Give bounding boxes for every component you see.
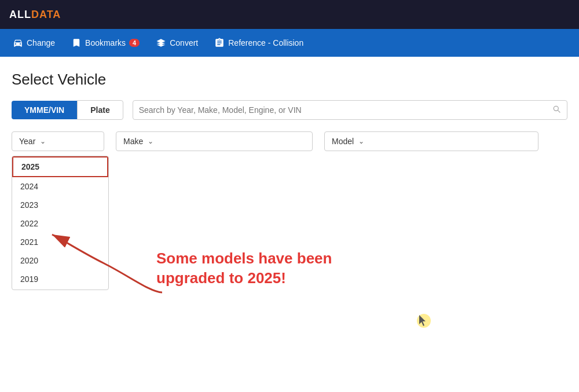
top-bar: ALLDATA [0,0,579,29]
nav-change-label: Change [27,38,55,47]
nav-reference-label: Reference - Collision [228,38,303,47]
nav-reference[interactable]: Reference - Collision [207,34,310,52]
model-dropdown[interactable]: Model ⌄ [324,131,538,151]
model-chevron: ⌄ [358,137,364,145]
year-list-container: 20252024202320222021202020192018 [12,156,109,290]
year-list-item[interactable]: 2018 [12,288,108,290]
tab-row: YMME/VIN Plate [12,100,567,120]
main-content: Select Vehicle YMME/VIN Plate Year ⌄ Mak… [0,57,579,304]
bookmark-icon [71,38,82,48]
nav-bookmarks[interactable]: Bookmarks 4 [64,34,146,52]
make-label: Make [123,137,143,146]
year-label: Year [19,137,35,146]
nav-convert-label: Convert [170,38,198,47]
page-title: Select Vehicle [12,71,567,89]
dropdowns-row: Year ⌄ Make ⌄ Model ⌄ [12,131,567,151]
year-list-item[interactable]: 2020 [12,251,108,270]
cursor-indicator [417,314,431,328]
car-icon [13,38,23,48]
clipboard-icon [214,38,225,48]
make-dropdown[interactable]: Make ⌄ [116,131,313,151]
search-input[interactable] [139,105,552,115]
year-list-item[interactable]: 2025 [12,156,108,177]
year-list[interactable]: 20252024202320222021202020192018 [12,156,108,290]
make-chevron: ⌄ [148,137,153,145]
search-icon [552,104,561,116]
year-list-item[interactable]: 2023 [12,196,108,214]
year-list-item[interactable]: 2022 [12,214,108,233]
year-dropdown[interactable]: Year ⌄ [12,131,104,151]
year-list-item[interactable]: 2024 [12,177,108,196]
scale-icon [156,38,166,48]
nav-convert[interactable]: Convert [149,34,205,52]
bookmarks-badge: 4 [129,39,140,47]
search-bar[interactable] [133,100,567,120]
year-chevron: ⌄ [40,137,46,145]
year-list-item[interactable]: 2021 [12,233,108,251]
model-label: Model [332,137,354,146]
nav-bookmarks-label: Bookmarks [85,38,126,47]
nav-change[interactable]: Change [6,34,62,52]
tab-plate[interactable]: Plate [77,100,123,120]
alldata-logo: ALLDATA [9,9,61,21]
nav-bar: Change Bookmarks 4 Convert Reference - C… [0,29,579,57]
tab-ymmevin[interactable]: YMME/VIN [12,101,77,119]
year-list-item[interactable]: 2019 [12,270,108,288]
